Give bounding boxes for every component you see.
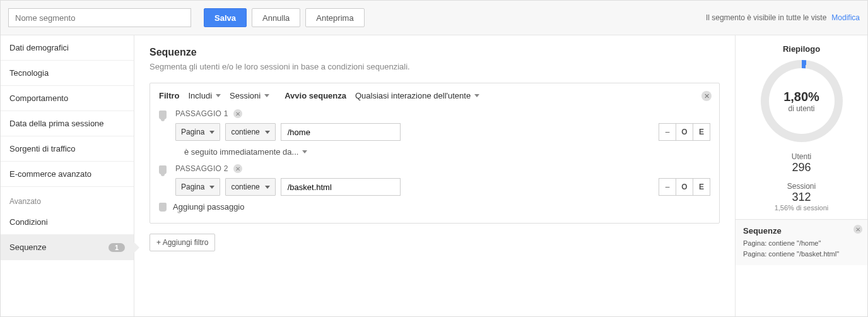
- step-marker-icon: [159, 203, 167, 212]
- caret-icon: [302, 150, 307, 153]
- sequence-start-label: Avvio sequenza: [284, 91, 346, 100]
- sequences-count-badge: 1: [108, 243, 125, 252]
- caret-icon: [264, 94, 269, 97]
- match-value: contiene: [231, 182, 259, 191]
- caret-icon: [209, 186, 214, 189]
- sessions-label: Sessioni: [743, 182, 860, 191]
- condition-actions: – O E: [659, 123, 710, 141]
- add-step-row: Aggiungi passaggio: [175, 202, 710, 212]
- save-button[interactable]: Salva: [204, 8, 247, 27]
- summary-card-title: Sequenze: [743, 226, 860, 236]
- remove-summary-filter-button[interactable]: ✕: [853, 225, 862, 234]
- dimension-dropdown[interactable]: Pagina: [175, 178, 220, 196]
- condition-actions: – O E: [659, 178, 710, 196]
- steps-container: PASSAGGIO 1 ✕ Pagina contiene: [175, 109, 710, 212]
- step-2-condition-row: Pagina contiene – O E: [175, 178, 710, 196]
- step-marker-icon: [159, 111, 167, 119]
- connector-value: è seguito immediatamente da...: [184, 147, 298, 157]
- page-title: Sequenze: [150, 47, 720, 58]
- users-label: Utenti: [743, 152, 860, 161]
- filter-include-dropdown[interactable]: Includi: [189, 91, 221, 100]
- step-2-title: PASSAGGIO 2: [175, 164, 228, 173]
- summary-panel: Riepilogo 1,80% di utenti Utenti 296 Ses…: [735, 35, 867, 316]
- donut-center: 1,80% di utenti: [761, 60, 843, 142]
- step-marker-icon: [159, 165, 167, 174]
- summary-filter-card: ✕ Sequenze Pagina: contiene "/home" Pagi…: [736, 219, 867, 265]
- match-value: contiene: [231, 128, 259, 136]
- page-subtitle: Segmenta gli utenti e/o le loro sessioni…: [150, 62, 720, 71]
- step-1: PASSAGGIO 1 ✕ Pagina contiene: [175, 109, 710, 157]
- sidebar: Dati demografici Tecnologia Comportament…: [1, 35, 134, 316]
- users-value: 296: [743, 161, 860, 174]
- body: Dati demografici Tecnologia Comportament…: [1, 35, 867, 316]
- sessions-stat: Sessioni 312 1,56% di sessioni: [743, 182, 860, 212]
- summary-title: Riepilogo: [743, 44, 860, 54]
- match-type-dropdown[interactable]: contiene: [225, 178, 275, 196]
- remove-step-button[interactable]: ✕: [233, 109, 242, 118]
- sidebar-item-demographics[interactable]: Dati demografici: [1, 35, 134, 61]
- step-2: PASSAGGIO 2 ✕ Pagina contiene: [175, 164, 710, 196]
- sidebar-item-technology[interactable]: Tecnologia: [1, 61, 134, 86]
- or-button[interactable]: O: [676, 178, 693, 196]
- filter-box: ✕ Filtro Includi Sessioni Avvio sequenza…: [150, 83, 720, 224]
- sidebar-item-ecommerce[interactable]: E-commerce avanzato: [1, 162, 134, 187]
- and-button[interactable]: E: [693, 123, 710, 141]
- sequence-start-dropdown[interactable]: Qualsiasi interazione dell'utente: [355, 91, 479, 100]
- summary-card-line: Pagina: contiene "/home": [743, 238, 860, 249]
- main-panel: Sequenze Segmenta gli utenti e/o le loro…: [134, 35, 735, 316]
- or-button[interactable]: O: [676, 123, 693, 141]
- remove-filter-button[interactable]: ✕: [701, 91, 712, 101]
- step-1-title: PASSAGGIO 1: [175, 109, 228, 118]
- app-root: Salva Annulla Anteprima Il segmento è vi…: [0, 0, 868, 317]
- sidebar-item-traffic-sources[interactable]: Sorgenti di traffico: [1, 136, 134, 162]
- modify-link[interactable]: Modifica: [831, 13, 860, 22]
- condition-value-input[interactable]: [281, 123, 401, 141]
- dimension-value: Pagina: [181, 182, 204, 191]
- summary-card-line: Pagina: contiene "/basket.html": [743, 249, 860, 260]
- sequence-start-value: Qualsiasi interazione dell'utente: [355, 91, 471, 100]
- visibility-text: Il segmento è visibile in tutte le viste: [706, 13, 826, 22]
- segment-name-input[interactable]: [8, 8, 191, 27]
- sidebar-item-behavior[interactable]: Comportamento: [1, 86, 134, 111]
- sidebar-item-first-session-date[interactable]: Data della prima sessione: [1, 111, 134, 136]
- add-step-button[interactable]: Aggiungi passaggio: [173, 202, 244, 212]
- remove-step-button[interactable]: ✕: [233, 164, 242, 173]
- sessions-value: 312: [743, 191, 860, 204]
- add-filter-button[interactable]: + Aggiungi filtro: [150, 234, 215, 251]
- donut-chart: 1,80% di utenti: [761, 60, 843, 142]
- filter-include-value: Includi: [189, 91, 213, 100]
- sidebar-item-conditions[interactable]: Condizioni: [1, 210, 134, 235]
- step-1-condition-row: Pagina contiene – O E: [175, 123, 710, 141]
- sidebar-item-sequences[interactable]: Sequenze 1: [1, 235, 134, 260]
- preview-button[interactable]: Anteprima: [305, 8, 364, 27]
- filter-header-row: Filtro Includi Sessioni Avvio sequenza Q…: [159, 91, 710, 100]
- caret-icon: [265, 131, 270, 134]
- filter-label: Filtro: [159, 91, 180, 100]
- dimension-value: Pagina: [181, 128, 204, 136]
- sidebar-item-label: Sequenze: [9, 242, 47, 252]
- step-connector: è seguito immediatamente da...: [184, 147, 710, 157]
- top-toolbar: Salva Annulla Anteprima Il segmento è vi…: [1, 1, 867, 35]
- match-type-dropdown[interactable]: contiene: [225, 123, 275, 141]
- users-stat: Utenti 296: [743, 152, 860, 174]
- sessions-sub: 1,56% di sessioni: [743, 204, 860, 212]
- donut-percent: 1,80%: [783, 90, 819, 104]
- connector-dropdown[interactable]: è seguito immediatamente da...: [184, 147, 307, 157]
- condition-value-input[interactable]: [281, 178, 401, 196]
- remove-condition-button[interactable]: –: [659, 123, 676, 141]
- filter-scope-value: Sessioni: [230, 91, 261, 100]
- cancel-button[interactable]: Annulla: [252, 8, 300, 27]
- caret-icon: [474, 94, 479, 97]
- and-button[interactable]: E: [693, 178, 710, 196]
- sidebar-group-advanced-label: Avanzato: [1, 187, 134, 210]
- caret-icon: [265, 186, 270, 189]
- dimension-dropdown[interactable]: Pagina: [175, 123, 220, 141]
- filter-scope-dropdown[interactable]: Sessioni: [230, 91, 269, 100]
- donut-sub: di utenti: [788, 104, 814, 113]
- sidebar-item-label: Condizioni: [9, 217, 48, 227]
- remove-condition-button[interactable]: –: [659, 178, 676, 196]
- caret-icon: [216, 94, 221, 97]
- caret-icon: [209, 131, 214, 134]
